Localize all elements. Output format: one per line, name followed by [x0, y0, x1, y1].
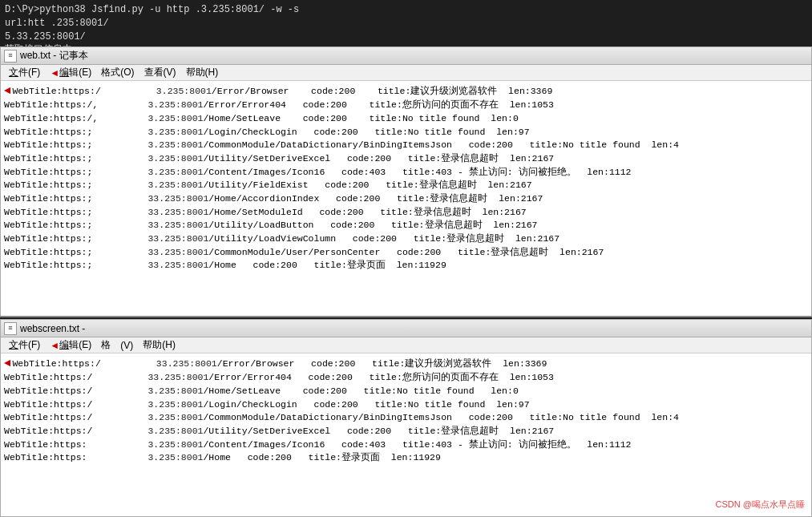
bottom-line-text-3: WebTitle:https:/ 3.235:8001/Home/SetLeav…	[4, 385, 519, 398]
bottom-line-3: WebTitle:https:/ 3.235:8001/Home/SetLeav…	[4, 385, 808, 398]
top-line-10: WebTitle:https:; 33.235:8001/Home/SetMod…	[4, 206, 808, 220]
top-line-8: WebTitle:https:; 3.235:8001/Utility/Fiel…	[4, 179, 808, 192]
top-line-text-3: WebTitle:https:/, 3.235:8001/Home/SetLea…	[4, 112, 519, 126]
notepad-bottom-menubar: 文件(F) ◄ 编辑(E) 格 (V) 帮助(H)	[1, 337, 811, 353]
bottom-line-text-8: WebTitle:https: 3.235:8001/Home code:200…	[4, 451, 441, 465]
top-line-text-10: WebTitle:https:; 33.235:8001/Home/SetMod…	[4, 206, 527, 220]
menu-file-bottom[interactable]: 文件(F)	[4, 337, 45, 353]
top-line-text-5: WebTitle:https:; 3.235:8001/CommonModule…	[4, 139, 679, 152]
top-line-text-9: WebTitle:https:; 33.235:8001/Home/Accord…	[4, 192, 543, 206]
notepad-top-icon: ≡	[4, 50, 17, 63]
bottom-line-text-4: WebTitle:https:/ 3.235:8001/Login/CheckL…	[4, 398, 530, 412]
notepad-top-titlebar: ≡ web.txt - 记事本	[1, 47, 811, 65]
top-line-1: ◄ WebTitle:https:/ 3.235:8001/Error/Brow…	[4, 83, 808, 99]
menu-edit-top[interactable]: ◄ 编辑(E)	[45, 65, 96, 80]
bottom-line-text-1: WebTitle:https:/ 33.235:8001/Error/Brows…	[12, 357, 547, 371]
notepad-top-window: ≡ web.txt - 记事本 文件(F) ◄ 编辑(E) 格式(O) 查看(V…	[0, 46, 812, 317]
top-line-7: WebTitle:https:; 3.235:8001/Content/Imag…	[4, 166, 808, 180]
bottom-line-text-7: WebTitle:https: 3.235:8001/Content/Image…	[4, 438, 632, 452]
bottom-line-8: WebTitle:https: 3.235:8001/Home code:200…	[4, 451, 808, 465]
menu-format-top[interactable]: 格式(O)	[96, 65, 139, 80]
menu-file-top[interactable]: 文件(F)	[4, 65, 45, 80]
red-arrow-1: ◄	[4, 83, 10, 99]
top-line-text-7: WebTitle:https:; 3.235:8001/Content/Imag…	[4, 166, 632, 180]
notepad-bottom-content: ◄ WebTitle:https:/ 33.235:8001/Error/Bro…	[1, 353, 811, 515]
menu-edit-bottom[interactable]: ◄ 编辑(E)	[45, 337, 96, 353]
bottom-line-4: WebTitle:https:/ 3.235:8001/Login/CheckL…	[4, 398, 808, 412]
top-line-2: WebTitle:https:/, 3.235:8001/Error/Error…	[4, 99, 808, 112]
terminal-text-1: D:\Py>python38 Jsfind.py -u http .3.235:…	[5, 4, 299, 15]
top-line-13: WebTitle:https:; 33.235:8001/CommonModul…	[4, 246, 808, 260]
notepad-bottom-title: webscreen.txt -	[20, 323, 85, 334]
top-line-12: WebTitle:https:; 33.235:8001/Utility/Loa…	[4, 232, 808, 246]
notepad-top-content: ◄ WebTitle:https:/ 3.235:8001/Error/Brow…	[1, 81, 811, 315]
terminal-line-2: url:htt .235:8001/	[5, 17, 807, 30]
menu-view-top[interactable]: 查看(V)	[139, 65, 181, 80]
terminal-line-1: D:\Py>python38 Jsfind.py -u http .3.235:…	[5, 3, 807, 17]
top-line-text-13: WebTitle:https:; 33.235:8001/CommonModul…	[4, 246, 604, 260]
bottom-line-1: ◄ WebTitle:https:/ 33.235:8001/Error/Bro…	[4, 355, 808, 371]
terminal-text-3: 5.33.235:8001/	[5, 31, 86, 42]
bottom-line-7: WebTitle:https: 3.235:8001/Content/Image…	[4, 438, 808, 452]
bottom-line-text-5: WebTitle:https:/ 3.235:8001/CommonModule…	[4, 411, 679, 425]
menu-format-bottom[interactable]: 格	[96, 337, 115, 353]
menu-view-bottom[interactable]: (V)	[115, 337, 138, 353]
bottom-line-text-2: WebTitle:https:/ 33.235:8001/Error/Error…	[4, 371, 554, 385]
top-line-6: WebTitle:https:; 3.235:8001/Utility/SetD…	[4, 152, 808, 166]
red-arrow-bottom-1: ◄	[4, 355, 10, 371]
terminal-text-2: url:htt .235:8001/	[5, 18, 109, 29]
top-line-9: WebTitle:https:; 33.235:8001/Home/Accord…	[4, 192, 808, 206]
notepad-top-title: web.txt - 记事本	[20, 49, 88, 63]
notepad-bottom-window: ≡ webscreen.txt - 文件(F) ◄ 编辑(E) 格 (V) 帮助…	[0, 319, 812, 517]
top-line-text-1: WebTitle:https:/ 3.235:8001/Error/Browse…	[12, 85, 552, 99]
bottom-line-6: WebTitle:https:/ 3.235:8001/Utility/SetD…	[4, 425, 808, 438]
top-line-text-6: WebTitle:https:; 3.235:8001/Utility/SetD…	[4, 152, 554, 166]
top-line-text-8: WebTitle:https:; 3.235:8001/Utility/Fiel…	[4, 179, 532, 192]
watermark: CSDN @喝点水早点睡	[716, 499, 805, 511]
bottom-line-2: WebTitle:https:/ 33.235:8001/Error/Error…	[4, 371, 808, 385]
bottom-line-text-6: WebTitle:https:/ 3.235:8001/Utility/SetD…	[4, 425, 554, 438]
notepad-bottom-icon: ≡	[4, 322, 17, 335]
notepad-top-menubar: 文件(F) ◄ 编辑(E) 格式(O) 查看(V) 帮助(H)	[1, 65, 811, 81]
top-line-3: WebTitle:https:/, 3.235:8001/Home/SetLea…	[4, 112, 808, 126]
bottom-line-5: WebTitle:https:/ 3.235:8001/CommonModule…	[4, 411, 808, 425]
menu-help-top[interactable]: 帮助(H)	[181, 65, 224, 80]
top-line-text-2: WebTitle:https:/, 3.235:8001/Error/Error…	[4, 99, 554, 112]
terminal-section: D:\Py>python38 Jsfind.py -u http .3.235:…	[0, 0, 812, 46]
top-line-11: WebTitle:https:; 33.235:8001/Utility/Loa…	[4, 219, 808, 232]
top-line-text-4: WebTitle:https:; 3.235:8001/Login/CheckL…	[4, 126, 530, 139]
top-line-14: WebTitle:https:; 33.235:8001/Home code:2…	[4, 259, 808, 273]
top-line-5: WebTitle:https:; 3.235:8001/CommonModule…	[4, 139, 808, 152]
top-line-text-14: WebTitle:https:; 33.235:8001/Home code:2…	[4, 259, 446, 273]
top-line-text-11: WebTitle:https:; 33.235:8001/Utility/Loa…	[4, 219, 538, 232]
top-line-4: WebTitle:https:; 3.235:8001/Login/CheckL…	[4, 126, 808, 139]
terminal-line-3: 5.33.235:8001/	[5, 30, 807, 44]
notepad-bottom-titlebar: ≡ webscreen.txt -	[1, 320, 811, 337]
separator	[0, 316, 812, 317]
top-line-text-12: WebTitle:https:; 33.235:8001/Utility/Loa…	[4, 232, 560, 246]
menu-help-bottom[interactable]: 帮助(H)	[138, 337, 180, 353]
